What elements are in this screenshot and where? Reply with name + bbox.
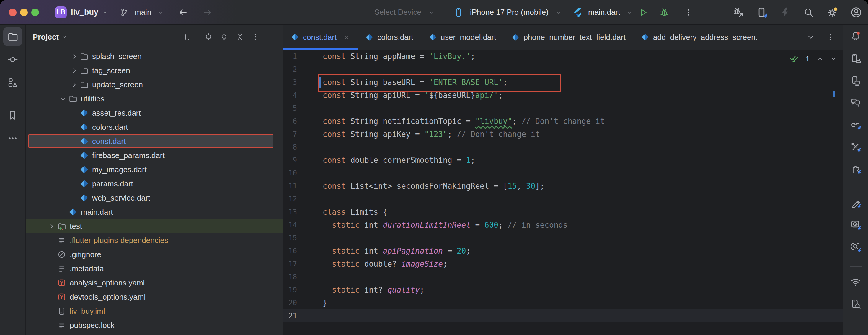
panel-options-button[interactable] (251, 32, 260, 41)
tree-item-my-images-dart[interactable]: my_images.dart (26, 163, 283, 177)
flutter-preview-button[interactable] (847, 217, 864, 233)
navigate-forward-button[interactable] (202, 0, 213, 25)
branch-widget[interactable]: main (119, 0, 164, 25)
flutter-outline-button[interactable] (847, 195, 864, 211)
code-line-5[interactable] (323, 102, 843, 115)
hide-panel-button[interactable] (267, 32, 275, 41)
code-line-8[interactable] (323, 141, 843, 154)
window-zoom-button[interactable] (31, 8, 39, 16)
code-line-19[interactable]: static int? quality; (323, 283, 843, 296)
device-selector[interactable]: iPhone 17 Pro (mobile) (454, 0, 562, 25)
run-config-selector[interactable]: main.dart (572, 0, 633, 25)
tree-item-analysis-options-yaml[interactable]: analysis_options.yaml (26, 276, 283, 290)
more-run-options-button[interactable] (684, 0, 693, 25)
chevron-down-icon[interactable] (58, 95, 68, 103)
tab-options-button[interactable] (826, 33, 835, 41)
tab-const-dart[interactable]: const.dart (283, 25, 358, 49)
debug-button[interactable] (659, 0, 670, 25)
locate-file-button[interactable] (204, 32, 213, 41)
project-tool-button[interactable] (3, 27, 22, 46)
device-manager-button[interactable] (847, 50, 864, 67)
navigate-back-button[interactable] (178, 0, 188, 25)
tab-phone-number-text-field-dart[interactable]: phone_number_text_field.dart (504, 25, 633, 49)
code-line-15[interactable] (323, 232, 843, 244)
flutter-device-button[interactable] (756, 0, 767, 25)
code-line-6[interactable]: const String notificationTopic = "livbuy… (323, 115, 843, 128)
ai-assistant-button[interactable] (847, 94, 864, 111)
chevron-right-icon[interactable] (69, 53, 80, 60)
tree-item-firebase-params-dart[interactable]: firebase_params.dart (26, 148, 283, 163)
tree-item-splash-screen[interactable]: splash_screen (26, 49, 283, 63)
editor-gutter[interactable]: 123456789101112131415161718192021 (283, 50, 297, 322)
code-line-20[interactable]: } (323, 296, 843, 309)
tree-item--gitignore[interactable]: .gitignore (26, 247, 283, 262)
code-line-7[interactable]: const String apiKey = "123"; // Don't ch… (323, 128, 843, 141)
chevron-right-icon[interactable] (46, 223, 57, 230)
tab-colors-dart[interactable]: colors.dart (358, 25, 421, 49)
tree-item-pubspec-lock[interactable]: pubspec.lock (26, 318, 283, 332)
flutter-inspector-button[interactable] (847, 139, 864, 155)
tree-item-web-service-dart[interactable]: web_service.dart (26, 191, 283, 205)
device-placeholder-selector[interactable]: Select Device (374, 0, 435, 25)
run-button[interactable] (638, 0, 648, 25)
inspections-widget[interactable]: 1 (788, 54, 837, 64)
flutter-plugins-button[interactable] (847, 161, 864, 177)
code-line-2[interactable] (323, 63, 843, 76)
tree-item-test[interactable]: test (26, 219, 283, 233)
add-button[interactable] (181, 32, 190, 41)
dart-analysis-button[interactable] (847, 116, 864, 133)
profiler-button[interactable] (779, 0, 790, 25)
tree-item--flutter-plugins-dependencies[interactable]: .flutter-plugins-dependencies (26, 233, 283, 247)
code-line-11[interactable]: const List<int> secondsForMakingReel = [… (323, 179, 843, 193)
tree-item-params-dart[interactable]: params.dart (26, 177, 283, 191)
tab-list-button[interactable] (806, 33, 815, 41)
expand-all-button[interactable] (220, 32, 228, 41)
wifi-button[interactable] (847, 274, 864, 290)
code-line-1[interactable]: const String appName = 'LivBuy.'; (323, 50, 843, 63)
tree-item-main-dart[interactable]: main.dart (26, 205, 283, 219)
collapse-all-button[interactable] (235, 32, 244, 41)
search-everywhere-button[interactable] (803, 0, 814, 25)
notifications-button[interactable] (847, 28, 864, 44)
commit-tool-button[interactable] (3, 50, 22, 69)
flutter-deep-links-button[interactable] (847, 239, 864, 256)
code-line-12[interactable] (323, 193, 843, 205)
code-line-18[interactable] (323, 270, 843, 283)
code-line-14[interactable]: static int durationLimitInReel = 600; //… (323, 219, 843, 232)
code-line-21[interactable] (323, 309, 843, 322)
more-tool-windows-button[interactable] (3, 129, 22, 148)
editor-body[interactable]: 123456789101112131415161718192021 const … (283, 50, 843, 335)
tree-item-pubspec-yaml[interactable]: pubspec.yaml (26, 332, 283, 335)
tab-add-delivery-address-screen-[interactable]: add_delivery_address_screen. (633, 25, 765, 49)
attach-debugger-button[interactable] (733, 0, 744, 25)
chevron-down-icon[interactable] (61, 34, 68, 40)
code-line-17[interactable]: static double? imageSize; (323, 258, 843, 270)
tree-item-const-dart[interactable]: const.dart (26, 134, 283, 148)
tree-item-tag-screen[interactable]: tag_screen (26, 63, 283, 77)
code-line-16[interactable]: static int apiPagination = 20; (323, 244, 843, 258)
running-devices-button[interactable] (847, 72, 864, 89)
chevron-right-icon[interactable] (69, 67, 80, 74)
profile-button[interactable] (850, 0, 862, 25)
tree-item-devtools-options-yaml[interactable]: devtools_options.yaml (26, 290, 283, 304)
tree-item-update-screen[interactable]: update_screen (26, 77, 283, 92)
project-widget[interactable]: LB liv_buy (55, 0, 108, 25)
bookmarks-tool-button[interactable] (3, 106, 22, 125)
tree-item-utilities[interactable]: utilities (26, 92, 283, 106)
tree-item-colors-dart[interactable]: colors.dart (26, 120, 283, 134)
tab-user-model-dart[interactable]: user_model.dart (421, 25, 504, 49)
window-minimize-button[interactable] (20, 8, 28, 16)
tree-item-liv-buy-iml[interactable]: liv_buy.iml (26, 304, 283, 318)
previous-problem-button[interactable] (816, 55, 824, 62)
code-line-10[interactable] (323, 167, 843, 179)
window-close-button[interactable] (9, 8, 17, 16)
close-icon[interactable] (343, 34, 350, 40)
device-explorer-button[interactable] (847, 296, 864, 312)
tree-item--metadata[interactable]: .metadata (26, 262, 283, 276)
tree-item-asset-res-dart[interactable]: asset_res.dart (26, 106, 283, 120)
code-line-9[interactable]: const double cornerSmoothing = 1; (323, 154, 843, 167)
settings-button[interactable] (826, 0, 838, 25)
code-line-13[interactable]: class Limits { (323, 205, 843, 219)
chevron-right-icon[interactable] (69, 81, 80, 89)
structure-tool-button[interactable] (3, 73, 22, 92)
